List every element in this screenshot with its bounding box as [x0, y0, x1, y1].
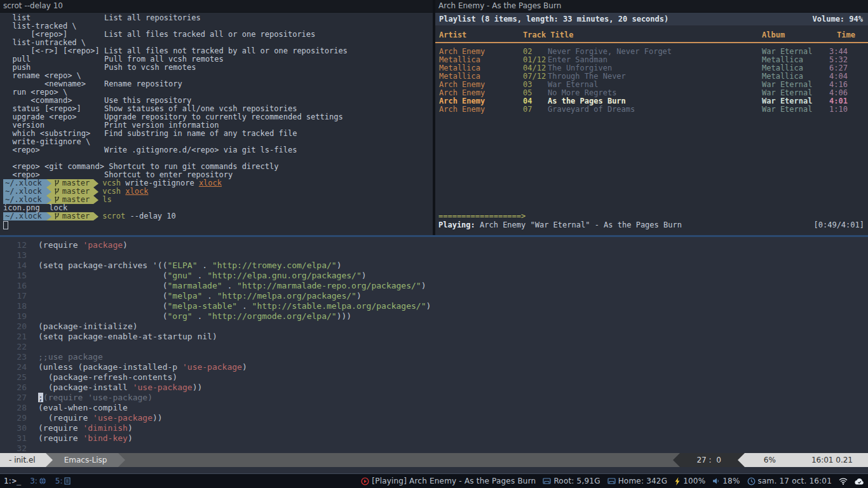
emacs-buffer-line: 12(require 'package)	[0, 240, 868, 250]
playlist-row[interactable]: Arch Enemy07Graveyard of DreamsWar Etern…	[435, 105, 868, 114]
line-number: 18	[0, 301, 27, 311]
document-icon	[64, 477, 71, 485]
playing-track-text: Arch Enemy "War Eternal" - As the Pages …	[475, 220, 682, 229]
statusbar-item-text: 18%	[722, 477, 740, 485]
emacs-buffer-line: 30(require 'diminish)	[0, 423, 868, 433]
powerline-arrow-icon	[93, 179, 98, 187]
git-branch-icon	[54, 213, 60, 220]
emacs-buffer-line: 18 ("melpa-stable" . "http://stable.melp…	[0, 301, 868, 311]
powerline-arrow-icon	[46, 187, 51, 196]
code-text: (require 'use-package))	[38, 413, 163, 423]
emacs-buffer-line: 29 (require 'use-package))	[0, 413, 868, 423]
emacs-cursor: ;	[38, 393, 43, 402]
prompt-git-branch-segment: master	[51, 212, 93, 220]
playing-label: Playing:	[438, 220, 475, 229]
modeline-buffer-percent: 6%	[764, 453, 776, 467]
statusbar-item: 100%	[674, 477, 705, 485]
workspace-button-5[interactable]: 5:	[55, 477, 71, 485]
emacs-buffer-line: 22	[0, 342, 868, 352]
emacs-echo-area[interactable]	[0, 467, 868, 473]
terminal-window-titlebar[interactable]: scrot --delay 10	[0, 0, 433, 12]
code-text: ("marmalade" . "http://marmalade-repo.or…	[38, 281, 426, 290]
statusbar-item-text: Home: 342G	[618, 477, 668, 485]
git-branch-icon	[54, 180, 60, 187]
player-window-title: Arch Enemy - As the Pages Burn	[438, 1, 561, 10]
code-text: ("org" . "http://orgmode.org/elpa/")))	[38, 311, 351, 321]
wifi-icon	[839, 478, 848, 485]
code-text: (require 'bind-key)	[38, 433, 133, 443]
code-text: (package-install 'use-package))	[38, 383, 202, 392]
code-text: ("melpa" . "http://melpa.org/packages/")	[38, 291, 362, 301]
line-number: 30	[0, 423, 27, 433]
modeline-separator	[118, 453, 125, 467]
statusbar-item	[839, 478, 848, 485]
statusbar-item	[855, 478, 864, 485]
modeline-filename: - init.el	[0, 453, 46, 467]
terminal-help-output: list List all repositories list-tracked …	[3, 14, 433, 179]
emacs-buffer-line: 14(setq package-archives '(("ELPA" . "ht…	[0, 261, 868, 271]
track-title: Graveyard of Dreams	[548, 105, 635, 114]
line-number: 21	[0, 332, 27, 342]
line-number: 28	[0, 403, 27, 413]
line-number: 13	[0, 250, 27, 261]
emacs-buffer-line: 23;;use package	[0, 352, 868, 362]
track-track: 07	[523, 105, 532, 114]
status-bar: 1:>_3:5: [Playing] Arch Enemy - As the P…	[0, 473, 868, 488]
code-text: (unless (package-installed-p 'use-packag…	[38, 362, 247, 372]
workspace-button-3[interactable]: 3:	[30, 477, 46, 485]
line-number: 27	[0, 393, 27, 403]
statusbar-item-text: 100%	[683, 477, 705, 485]
modeline-clock: 16:01 0.21	[811, 453, 853, 467]
prompt-cwd-segment: ~/.xlock	[3, 212, 46, 220]
code-text: (eval-when-compile	[38, 403, 128, 412]
playlist-column-header-track-title: Track Title	[523, 31, 573, 39]
playlist-column-headers: ArtistTrack TitleAlbumTime	[435, 31, 868, 39]
emacs-buffer-line: 26 (package-install 'use-package))	[0, 383, 868, 393]
speaker-icon	[712, 477, 720, 485]
workspace-number: 3:	[30, 477, 37, 485]
terminal-command-text: xlock	[199, 179, 222, 187]
disk-icon	[607, 477, 616, 485]
code-text: (require 'diminish)	[38, 423, 133, 433]
line-number: 25	[0, 372, 27, 383]
track-artist: Arch Enemy	[439, 105, 485, 114]
cloud-icon	[855, 478, 864, 485]
disk-icon	[543, 477, 551, 485]
playlist-column-header-artist: Artist	[439, 31, 466, 39]
modeline-separator	[738, 453, 745, 467]
emacs-buffer-line: 24(unless (package-installed-p 'use-pack…	[0, 362, 868, 372]
line-number: 16	[0, 281, 27, 291]
emacs-buffer-line: 13	[0, 250, 868, 261]
line-number: 26	[0, 383, 27, 393]
terminal-window[interactable]: list List all repositories list-tracked …	[0, 13, 433, 235]
line-number: 20	[0, 322, 27, 332]
emacs-buffer-line: 15 ("gnu" . "http://elpa.gnu.org/package…	[0, 271, 868, 281]
modeline-cursor-position: 27 : 0	[680, 453, 737, 467]
code-text: (setq package-archives '(("ELPA" . "http…	[38, 261, 341, 270]
playlist-column-header-time: Time	[837, 31, 855, 39]
terminal-prompt-line: ~/.xlockmasterscrot --delay 10	[3, 212, 433, 220]
workspace-button-1[interactable]: 1:>_	[4, 477, 21, 485]
statusbar-item-text: sam. 17 oct. 16:01	[758, 477, 832, 485]
battery-icon	[674, 477, 681, 485]
emacs-buffer-line: 21(setq package-enable-at-startup nil)	[0, 332, 868, 342]
emacs-buffer-line: 32	[0, 444, 868, 453]
line-number: 14	[0, 261, 27, 271]
code-text: (setq package-enable-at-startup nil)	[38, 332, 217, 341]
powerline-arrow-icon	[46, 212, 51, 220]
emacs-buffer-line: 20(package-initialize)	[0, 322, 868, 332]
music-player-window[interactable]: Playlist (8 items, length: 33 minutes, 2…	[435, 13, 868, 235]
line-number: 29	[0, 413, 27, 423]
playback-progress-bar[interactable]: ==================>	[438, 212, 526, 220]
code-text: (package-refresh-contents)	[38, 372, 177, 382]
terminal-prompt-line: ~/.xlockmasterls	[3, 196, 433, 204]
line-number: 24	[0, 362, 27, 372]
modeline-major-mode: Emacs-Lisp	[53, 453, 119, 467]
emacs-window[interactable]: 12(require 'package)1314(setq package-ar…	[0, 237, 868, 453]
emacs-buffer-line: 28(eval-when-compile	[0, 403, 868, 413]
line-number: 19	[0, 311, 27, 322]
track-time: 1:10	[829, 105, 848, 114]
terminal-command-text: scrot	[102, 212, 125, 220]
player-window-titlebar[interactable]: Arch Enemy - As the Pages Burn	[435, 0, 868, 12]
emacs-modeline: - init.el Emacs-Lisp 27 : 0 6% 16:01 0.2…	[0, 453, 868, 467]
